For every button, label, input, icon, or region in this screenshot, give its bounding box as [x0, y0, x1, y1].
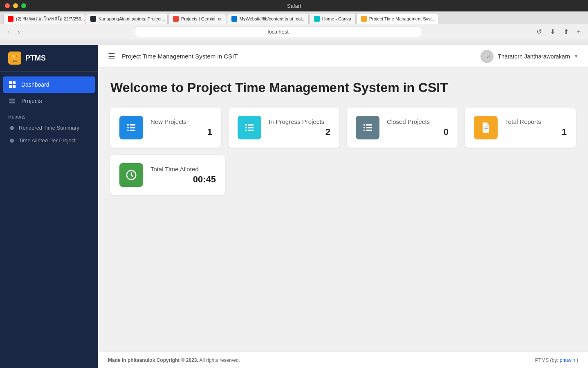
svg-rect-15	[245, 127, 247, 128]
header-left: ☰ Project Time Management System in CSIT	[108, 52, 238, 61]
main-content: ☰ Project Time Management System in CSIT…	[98, 45, 588, 368]
footer-brand: PTMS (by: phuwin )	[535, 357, 578, 363]
clock-icon	[125, 169, 137, 181]
tab-label: KanapongAiamtip/ptms: Project...	[99, 16, 165, 21]
in-progress-label: In-Progress Projects	[269, 118, 330, 125]
footer-copyright: Made in phitsanulok Copyright © 2023. Al…	[108, 357, 240, 363]
nav-dot-icon	[10, 126, 14, 130]
closed-projects-icon-box	[356, 116, 379, 139]
new-tab-button[interactable]: +	[575, 27, 583, 36]
app-container: 🏆 PTMS Dashboard	[0, 45, 588, 368]
closed-projects-value: 0	[387, 127, 449, 137]
nav-dot-icon	[10, 139, 14, 143]
svg-rect-8	[130, 124, 135, 126]
svg-rect-24	[366, 130, 372, 131]
user-name[interactable]: Tharatorn Jantharaworakarn	[498, 53, 570, 60]
svg-rect-21	[364, 127, 365, 128]
share-button[interactable]: ⬆	[561, 27, 571, 36]
new-projects-value: 1	[150, 127, 212, 137]
main-header: ☰ Project Time Management System in CSIT…	[98, 45, 588, 68]
stat-card-closed-projects: Closed Projects 0	[347, 108, 458, 148]
user-dropdown-arrow[interactable]: ▼	[574, 54, 578, 58]
close-btn[interactable]	[5, 3, 10, 8]
dashboard-body: Welcome to Project Time Management Syste…	[98, 68, 588, 352]
download-button[interactable]: ⬇	[548, 27, 558, 36]
total-time-label: Total Time Alloted	[150, 166, 216, 173]
address-bar[interactable]: localhost	[135, 27, 421, 37]
svg-rect-27	[484, 130, 487, 130]
total-reports-value: 1	[505, 127, 567, 137]
tab-canva[interactable]: Home - Canva	[310, 13, 356, 24]
stat-card-in-progress-projects: In-Progress Projects 2	[229, 108, 339, 148]
logo-text: PTMS	[25, 54, 46, 63]
in-progress-info: In-Progress Projects 2	[269, 118, 330, 137]
sidebar-item-time-alloted-per-project[interactable]: Time Alloted Per Project	[0, 134, 98, 147]
projects-icon	[8, 97, 16, 105]
vscode-favicon	[231, 16, 237, 22]
new-projects-icon-box	[119, 116, 143, 139]
window-controls	[5, 3, 26, 8]
svg-rect-0	[9, 81, 12, 84]
tab-label: Project Time Management Syst...	[369, 16, 435, 21]
dashboard-icon	[8, 81, 16, 89]
window-title: Safari	[287, 3, 301, 9]
canva-favicon	[314, 16, 320, 22]
page-title: Welcome to Project Time Management Syste…	[110, 80, 576, 95]
ptms-favicon	[361, 16, 367, 22]
tab-vscode[interactable]: MyWebsite/lib/content.ts at mai...	[227, 13, 309, 24]
closed-projects-label: Closed Projects	[387, 118, 449, 125]
sidebar-item-dashboard[interactable]: Dashboard	[3, 76, 95, 93]
back-button[interactable]: ‹	[5, 27, 12, 36]
tab-label: MyWebsite/lib/content.ts at mai...	[240, 16, 305, 21]
forward-button[interactable]: ›	[15, 27, 22, 36]
total-reports-label: Total Reports	[505, 118, 567, 125]
minimize-btn[interactable]	[13, 3, 18, 8]
list-icon	[243, 121, 256, 134]
youtube-favicon	[8, 16, 13, 22]
svg-rect-19	[364, 124, 365, 126]
list-icon	[125, 121, 137, 134]
tab-github[interactable]: KanapongAiamtip/ptms: Project...	[86, 13, 168, 24]
total-time-value: 00:45	[150, 174, 216, 185]
svg-rect-10	[130, 127, 135, 128]
svg-rect-9	[127, 127, 129, 128]
tab-gemini[interactable]: Projects | Gemini_nt	[168, 13, 226, 24]
svg-rect-23	[364, 130, 365, 131]
stats-row: New Projects 1	[110, 108, 576, 148]
hamburger-button[interactable]: ☰	[108, 52, 115, 61]
svg-rect-20	[366, 124, 372, 126]
new-projects-label: New Projects	[150, 118, 212, 125]
sidebar-item-rendered-time-summary[interactable]: Rendered Time Summary	[0, 121, 98, 134]
stat-card-total-reports: Total Reports 1	[465, 108, 576, 148]
in-progress-icon-box	[238, 116, 261, 139]
svg-rect-13	[245, 124, 247, 126]
closed-projects-info: Closed Projects 0	[387, 118, 449, 137]
header-title: Project Time Management System in CSIT	[122, 53, 238, 60]
sidebar-sub-item-label: Time Alloted Per Project	[19, 137, 76, 144]
tab-youtube[interactable]: (2) ฟังสดเดอะโกสรดิโอ 22/7/256...	[3, 13, 85, 24]
tab-ptms[interactable]: Project Time Management Syst...	[357, 13, 438, 24]
browser-toolbar: ‹ › localhost ↺ ⬇ ⬆ +	[0, 24, 588, 40]
svg-rect-25	[484, 127, 488, 128]
svg-rect-1	[13, 81, 16, 84]
titlebar: Safari	[0, 0, 588, 11]
tab-label: (2) ฟังสดเดอะโกสรดิโอ 22/7/256...	[16, 15, 85, 22]
sidebar-item-label: Dashboard	[21, 81, 49, 88]
svg-rect-17	[245, 130, 247, 131]
svg-rect-22	[366, 127, 372, 128]
maximize-btn[interactable]	[21, 3, 26, 8]
stat-card-total-time: Total Time Alloted 00:45	[110, 155, 225, 195]
svg-rect-26	[484, 128, 488, 129]
total-time-info: Total Time Alloted 00:45	[150, 166, 216, 185]
new-projects-info: New Projects 1	[150, 118, 212, 137]
tab-label: Home - Canva	[322, 16, 351, 21]
sidebar-logo: 🏆 PTMS	[0, 45, 98, 72]
stat-card-new-projects: New Projects 1	[110, 108, 221, 148]
svg-rect-14	[248, 124, 254, 126]
main-footer: Made in phitsanulok Copyright © 2023. Al…	[98, 352, 588, 368]
svg-rect-16	[248, 127, 254, 128]
sidebar-item-projects[interactable]: Projects	[0, 93, 98, 109]
svg-rect-2	[9, 85, 12, 88]
reload-button[interactable]: ↺	[534, 27, 544, 36]
avatar: TJ	[480, 50, 494, 63]
